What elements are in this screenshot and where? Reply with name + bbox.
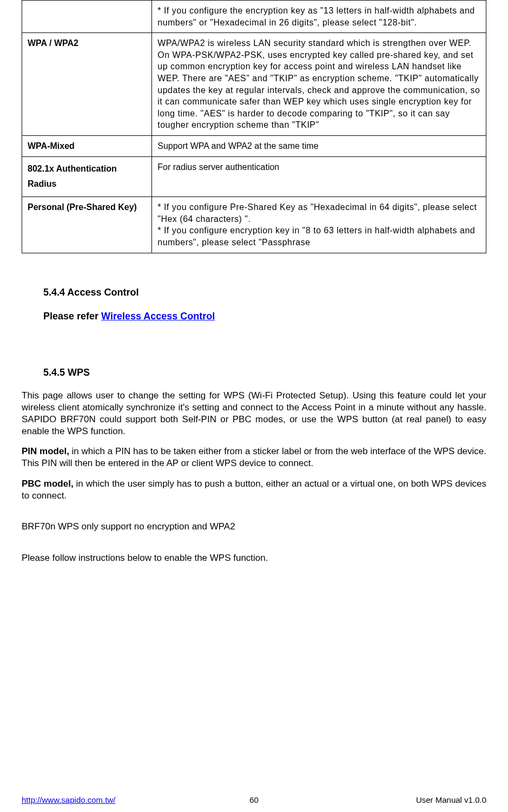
row-desc: * If you configure the encryption key as… bbox=[152, 1, 486, 33]
footer-url[interactable]: http://www.sapido.com.tw/ bbox=[22, 795, 115, 806]
refer-prefix: Please refer bbox=[43, 311, 101, 322]
footer-page-number: 60 bbox=[249, 795, 259, 806]
row-label: WPA / WPA2 bbox=[22, 33, 152, 136]
pbc-model-label: PBC model, bbox=[22, 479, 74, 489]
pbc-model-paragraph: PBC model, in which the user simply has … bbox=[22, 478, 486, 502]
wps-intro-paragraph: This page allows user to change the sett… bbox=[22, 390, 486, 437]
section-545-heading: 5.4.5 WPS bbox=[43, 366, 486, 379]
row-label: Personal (Pre-Shared Key) bbox=[22, 197, 152, 253]
wireless-access-control-link[interactable]: Wireless Access Control bbox=[101, 311, 215, 322]
row-desc: WPA/WPA2 is wireless LAN security standa… bbox=[152, 33, 486, 136]
row-desc: Support WPA and WPA2 at the same time bbox=[152, 135, 486, 156]
footer-version: User Manual v1.0.0 bbox=[416, 795, 486, 806]
row-label bbox=[22, 1, 152, 33]
table-row: WPA-Mixed Support WPA and WPA2 at the sa… bbox=[22, 135, 486, 156]
row-desc: * If you configure Pre-Shared Key as "He… bbox=[152, 197, 486, 253]
row-desc: For radius server authentication bbox=[152, 156, 486, 197]
security-modes-table: * If you configure the encryption key as… bbox=[22, 0, 486, 253]
table-row: * If you configure the encryption key as… bbox=[22, 1, 486, 33]
row-label: WPA-Mixed bbox=[22, 135, 152, 156]
page-footer: http://www.sapido.com.tw/ 60 User Manual… bbox=[22, 795, 486, 806]
wps-instructions-intro: Please follow instructions below to enab… bbox=[22, 552, 486, 564]
pin-model-text: in which a PIN has to be taken either fr… bbox=[22, 446, 486, 468]
pbc-model-text: in which the user simply has to push a b… bbox=[22, 479, 486, 501]
table-row: WPA / WPA2 WPA/WPA2 is wireless LAN secu… bbox=[22, 33, 486, 136]
row-label: 802.1x Authentication Radius bbox=[22, 156, 152, 197]
section-544-refer: Please refer Wireless Access Control bbox=[43, 310, 486, 323]
pin-model-label: PIN model, bbox=[22, 446, 69, 456]
section-544-heading: 5.4.4 Access Control bbox=[43, 286, 486, 299]
table-row: 802.1x Authentication Radius For radius … bbox=[22, 156, 486, 197]
table-row: Personal (Pre-Shared Key) * If you confi… bbox=[22, 197, 486, 253]
wps-support-note: BRF70n WPS only support no encryption an… bbox=[22, 521, 486, 533]
pin-model-paragraph: PIN model, in which a PIN has to be take… bbox=[22, 446, 486, 469]
